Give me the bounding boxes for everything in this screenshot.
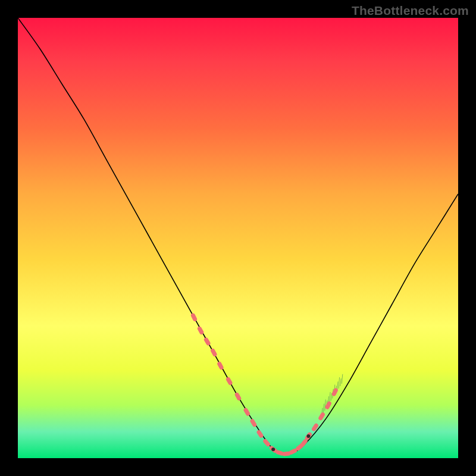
curve-marker — [256, 430, 264, 439]
hatch-mark — [325, 399, 326, 411]
curve-marker — [234, 392, 242, 402]
curve-svg — [18, 18, 458, 458]
curve-marker — [203, 337, 211, 346]
marker-group — [190, 312, 339, 456]
curve-marker — [210, 348, 218, 358]
bottleneck-curve — [18, 18, 458, 455]
curve-marker — [318, 412, 325, 421]
hatch-mark — [340, 378, 342, 386]
curve-marker — [190, 312, 198, 322]
curve-marker — [226, 377, 233, 386]
curve-anchor-point — [306, 434, 310, 438]
hatch-mark — [339, 377, 340, 389]
chart-container: TheBottleneck.com — [0, 0, 476, 476]
hatch-mark — [323, 404, 324, 414]
watermark-text: TheBottleneck.com — [352, 4, 469, 18]
hatch-mark — [331, 393, 332, 401]
curve-anchor-point — [271, 447, 275, 451]
hatch-mark — [342, 374, 343, 384]
plot-area — [18, 18, 458, 458]
curve-marker — [311, 422, 320, 432]
